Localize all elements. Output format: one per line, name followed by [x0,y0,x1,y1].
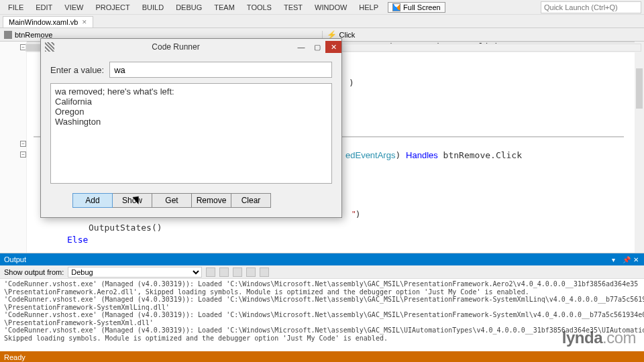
menu-bar: FILE EDIT VIEW PROJECT BUILD DEBUG TEAM … [0,0,644,15]
menu-view[interactable]: VIEW [59,1,89,13]
dialog-button-row: Add Show Get Remove Clear [73,193,332,208]
close-icon[interactable]: ✕ [633,256,640,263]
dialog-body: Enter a value: wa removed; here's what's… [41,55,341,217]
scrollbar-thumb[interactable] [636,68,643,109]
output-box[interactable]: wa removed; here's what's left: Californ… [50,83,332,184]
code-gutter [0,42,27,253]
output-panel-title: Output [4,255,26,263]
output-toolbar: Show output from: Debug [0,265,644,279]
toolbar-icon[interactable] [233,267,242,277]
input-label: Enter a value: [50,65,104,75]
dialog-titlebar[interactable]: Code Runner — ▢ ✕ [41,39,341,55]
fold-toggle[interactable]: − [20,141,26,147]
fullscreen-label: Full Screen [403,3,441,11]
minimize-button[interactable]: — [293,41,309,53]
quick-launch-input[interactable] [541,1,641,13]
toolbar-icon[interactable] [219,267,229,277]
show-button[interactable]: Show [112,193,152,208]
code-vertical-scrollbar[interactable] [635,42,644,253]
nav-scope-dropdown[interactable]: btnRemove [0,31,323,39]
class-icon [4,31,12,39]
menu-help[interactable]: HELP [354,1,384,13]
code-runner-dialog: Code Runner — ▢ ✕ Enter a value: wa remo… [40,38,342,218]
code-text: ") [352,209,360,219]
code-text: OutputStates() [89,223,162,233]
dialog-title: Code Runner [58,42,293,52]
show-output-from-label: Show output from: [4,268,64,276]
document-tab-label: MainWindow.xaml.vb [9,18,78,26]
show-output-from-select[interactable]: Debug [68,267,202,278]
menu-window[interactable]: WINDOW [309,1,352,13]
close-button[interactable]: ✕ [325,41,341,53]
code-text: edEventArgs) Handles btnRemove.Click [345,150,522,160]
code-text: ) [349,78,354,88]
maximize-button[interactable]: ▢ [309,41,325,53]
get-button[interactable]: Get [152,193,192,208]
nav-member-label: Click [339,31,356,39]
fold-toggle[interactable]: − [20,152,26,158]
menu-test[interactable]: TEST [278,1,308,13]
menu-tools[interactable]: TOOLS [241,1,277,13]
menu-file[interactable]: FILE [3,1,29,13]
output-panel-header[interactable]: Output ▾ 📌 ✕ [0,253,644,265]
nav-scope-label: btnRemove [15,31,52,39]
window-position-icon[interactable]: ▾ [612,256,619,263]
fullscreen-icon [392,3,400,11]
nav-member-dropdown[interactable]: ⚡ Click [323,30,645,40]
toolbar-icon[interactable] [206,267,215,277]
document-tab[interactable]: MainWindow.xaml.vb ✕ [3,16,93,27]
pin-icon[interactable]: 📌 [623,256,629,263]
status-text: Ready [4,353,25,361]
menu-build[interactable]: BUILD [137,1,169,13]
clear-button[interactable]: Clear [231,193,271,208]
watermark: lynda.com [562,328,636,347]
app-icon [45,42,54,52]
fullscreen-button[interactable]: Full Screen [388,2,445,13]
remove-button[interactable]: Remove [191,193,231,208]
document-tab-strip: MainWindow.xaml.vb ✕ [0,15,644,28]
menu-team[interactable]: TEAM [209,1,240,13]
toolbar-icon[interactable] [246,267,256,277]
status-bar: Ready [0,351,644,362]
output-text[interactable]: 'CodeRunner.vshost.exe' (Managed (v4.0.3… [0,279,644,351]
menu-debug[interactable]: DEBUG [170,1,207,13]
toolbar-icon[interactable] [260,267,269,277]
value-input[interactable] [109,62,332,78]
add-button[interactable]: Add [72,193,113,208]
code-text: Else [67,235,88,245]
menu-edit[interactable]: EDIT [30,1,58,13]
menu-project[interactable]: PROJECT [90,1,135,13]
close-tab-icon[interactable]: ✕ [82,19,87,25]
